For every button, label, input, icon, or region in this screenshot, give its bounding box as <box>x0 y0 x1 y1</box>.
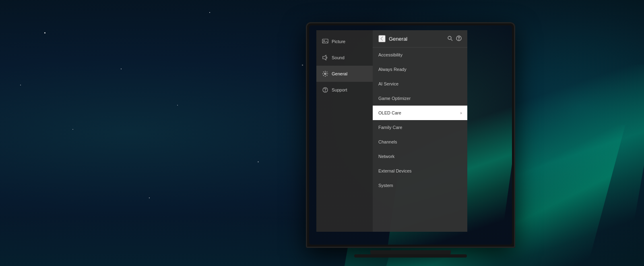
sound-icon <box>322 54 328 61</box>
svg-line-7 <box>451 39 453 41</box>
submenu-item-channels[interactable]: Channels <box>373 135 467 149</box>
submenu-item-accessibility[interactable]: Accessibility <box>373 48 467 62</box>
submenu-item-family-care[interactable]: Family Care <box>373 120 467 135</box>
menu-support-label: Support <box>332 87 347 92</box>
submenu-item-system[interactable]: System <box>373 178 467 193</box>
svg-marker-2 <box>323 55 326 60</box>
submenu-accessibility-label: Accessibility <box>378 52 402 57</box>
submenu-game-optimizer-label: Game Optimizer <box>378 96 411 101</box>
tv-stand <box>370 250 451 255</box>
submenu-item-external-devices[interactable]: External Devices <box>373 164 467 178</box>
menu-general-label: General <box>332 71 347 76</box>
submenu-ai-service-label: AI Service <box>378 81 398 86</box>
submenu-family-care-label: Family Care <box>378 125 402 130</box>
panel-header: General <box>373 30 467 48</box>
back-button[interactable] <box>378 35 386 42</box>
menu-item-support[interactable]: Support <box>316 82 373 98</box>
settings-menu: Picture Sound <box>316 30 467 232</box>
submenu-external-devices-label: External Devices <box>378 168 412 173</box>
tv-screen: Picture Sound <box>309 25 512 245</box>
menu-picture-label: Picture <box>332 39 345 44</box>
submenu-item-always-ready[interactable]: Always Ready <box>373 62 467 77</box>
submenu-system-label: System <box>378 183 393 188</box>
menu-item-general[interactable]: General <box>316 66 373 82</box>
search-icon[interactable] <box>447 35 453 42</box>
svg-point-9 <box>459 39 459 40</box>
submenu-item-game-optimizer[interactable]: Game Optimizer <box>373 91 467 106</box>
menu-sound-label: Sound <box>332 55 345 60</box>
menu-item-sound[interactable]: Sound <box>316 50 373 66</box>
tv-frame: Picture Sound <box>306 22 515 248</box>
left-panel: Picture Sound <box>316 30 373 232</box>
svg-point-3 <box>324 73 326 75</box>
submenu-network-label: Network <box>378 154 394 159</box>
submenu-channels-label: Channels <box>378 139 397 144</box>
header-icons <box>447 35 462 42</box>
submenu-oled-care-label: OLED Care <box>378 110 401 115</box>
picture-icon <box>322 38 328 45</box>
submenu-list[interactable]: Accessibility Always Ready AI Service Ga… <box>373 48 467 232</box>
svg-point-6 <box>448 36 451 39</box>
help-icon[interactable] <box>456 35 462 42</box>
right-panel: General <box>373 30 467 232</box>
chevron-right-icon: › <box>460 111 462 115</box>
panel-title: General <box>389 36 407 42</box>
svg-point-5 <box>325 91 326 91</box>
general-icon <box>322 71 328 77</box>
submenu-always-ready-label: Always Ready <box>378 67 407 72</box>
svg-point-1 <box>324 40 325 42</box>
support-icon <box>322 87 328 93</box>
header-left: General <box>378 35 407 42</box>
menu-item-picture[interactable]: Picture <box>316 33 373 50</box>
submenu-item-ai-service[interactable]: AI Service <box>373 77 467 91</box>
submenu-item-network[interactable]: Network <box>373 149 467 164</box>
submenu-item-oled-care[interactable]: OLED Care › <box>373 106 467 120</box>
